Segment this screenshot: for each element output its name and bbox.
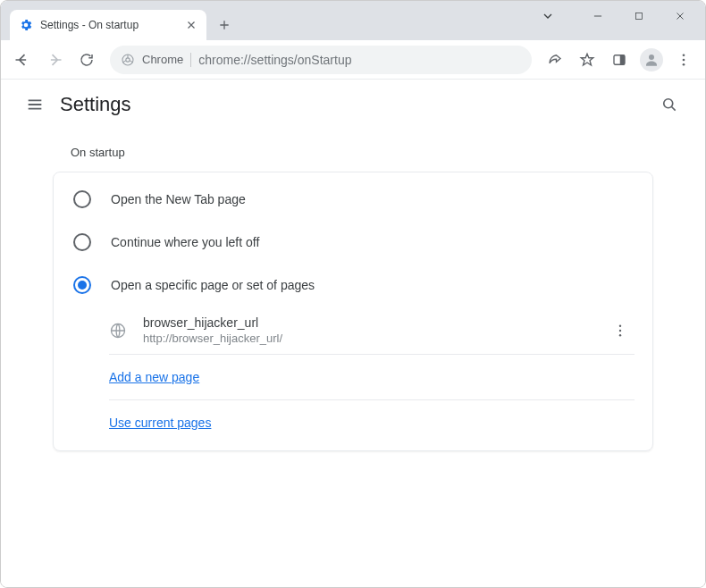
chevron-down-icon[interactable]: [528, 3, 567, 29]
search-button[interactable]: [651, 87, 687, 122]
omnibox-url: chrome://settings/onStartup: [198, 53, 521, 67]
radio-continue[interactable]: Continue where you left off: [54, 221, 652, 264]
startup-card: Open the New Tab page Continue where you…: [53, 172, 653, 451]
svg-point-7: [683, 58, 685, 61]
svg-point-8: [683, 63, 685, 65]
chrome-menu-button[interactable]: [669, 46, 698, 74]
omnibox-chip: Chrome: [142, 53, 183, 66]
forward-button[interactable]: [40, 46, 69, 74]
avatar-icon: [640, 48, 663, 71]
settings-page: Settings On startup Open the New Tab pag…: [1, 80, 705, 587]
address-bar[interactable]: Chrome chrome://settings/onStartup: [110, 46, 532, 74]
page-url: http://browser_hijacker_url/: [143, 332, 590, 345]
reload-button[interactable]: [72, 46, 101, 74]
svg-rect-0: [636, 13, 643, 20]
svg-point-5: [649, 55, 654, 60]
chrome-logo-icon: [121, 53, 135, 67]
svg-point-12: [619, 329, 621, 331]
radio-open-new-tab[interactable]: Open the New Tab page: [54, 178, 652, 221]
page-name: browser_hijacker_url: [143, 315, 590, 330]
back-button[interactable]: [8, 46, 37, 74]
page-info: browser_hijacker_url http://browser_hija…: [143, 315, 590, 345]
close-window-button[interactable]: [660, 3, 700, 29]
radio-label: Open a specific page or set of pages: [111, 278, 315, 292]
globe-icon: [109, 322, 127, 340]
page-title: Settings: [60, 93, 131, 116]
radio-icon: [73, 233, 91, 251]
add-new-page-row: Add a new page: [109, 355, 635, 400]
svg-point-11: [619, 324, 621, 326]
browser-tab[interactable]: Settings - On startup: [10, 10, 206, 40]
titlebar: Settings - On startup: [1, 1, 705, 40]
settings-header: Settings: [1, 80, 705, 130]
side-panel-button[interactable]: [605, 46, 634, 74]
radio-icon: [73, 190, 91, 208]
tab-title: Settings - On startup: [40, 19, 178, 31]
svg-point-6: [683, 54, 685, 56]
use-current-pages-row: Use current pages: [109, 400, 635, 445]
radio-icon: [73, 276, 91, 294]
svg-point-2: [126, 57, 130, 61]
close-icon[interactable]: [185, 19, 198, 31]
startup-pages-list: browser_hijacker_url http://browser_hija…: [109, 307, 635, 445]
radio-label: Open the New Tab page: [111, 192, 246, 206]
share-button[interactable]: [541, 46, 569, 74]
page-more-button[interactable]: [606, 316, 635, 345]
window-controls: [528, 1, 705, 40]
svg-rect-4: [620, 55, 625, 64]
svg-point-9: [664, 99, 673, 108]
radio-label: Continue where you left off: [111, 235, 259, 249]
menu-button[interactable]: [17, 87, 53, 122]
startup-page-row: browser_hijacker_url http://browser_hija…: [109, 307, 635, 355]
bookmark-button[interactable]: [573, 46, 601, 74]
browser-toolbar: Chrome chrome://settings/onStartup: [1, 40, 705, 80]
add-new-page-link[interactable]: Add a new page: [109, 370, 199, 384]
section-title: On startup: [53, 146, 653, 172]
on-startup-section: On startup Open the New Tab page Continu…: [49, 146, 657, 451]
gear-icon: [19, 18, 33, 32]
minimize-button[interactable]: [578, 3, 618, 29]
radio-specific-pages[interactable]: Open a specific page or set of pages: [54, 264, 652, 307]
new-tab-button[interactable]: [212, 13, 237, 38]
maximize-button[interactable]: [619, 3, 659, 29]
use-current-pages-link[interactable]: Use current pages: [109, 416, 211, 430]
profile-button[interactable]: [637, 46, 666, 74]
svg-point-13: [619, 334, 621, 336]
omnibox-separator: [190, 53, 191, 67]
